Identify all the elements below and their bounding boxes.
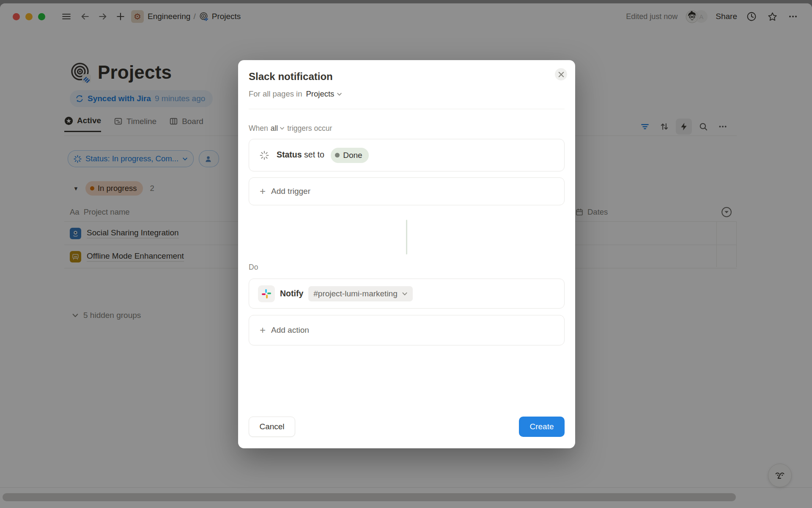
- cancel-button[interactable]: Cancel: [249, 417, 295, 437]
- chevron-down-icon: [337, 91, 342, 97]
- when-mode-selector[interactable]: all: [271, 124, 285, 133]
- plus-icon: +: [260, 186, 266, 196]
- action-verb: Notify: [280, 289, 303, 298]
- action-card[interactable]: Notify #project-lumi-marketing: [249, 279, 565, 309]
- trigger-verb: set to: [304, 150, 324, 159]
- slack-notification-modal: Slack notification For all pages in Proj…: [238, 60, 575, 448]
- modal-divider: [249, 109, 565, 109]
- chevron-down-icon: [402, 291, 408, 297]
- slack-icon: [258, 285, 275, 302]
- trigger-card[interactable]: Status set to Done: [249, 139, 565, 171]
- trigger-action-connector: [406, 220, 407, 254]
- close-icon[interactable]: [555, 68, 567, 80]
- add-trigger-button[interactable]: + Add trigger: [249, 177, 565, 205]
- scope-prefix: For all pages in: [249, 89, 302, 99]
- slack-channel-selector[interactable]: #project-lumi-marketing: [308, 286, 413, 301]
- add-action-button[interactable]: + Add action: [249, 315, 565, 345]
- done-status-pill[interactable]: Done: [331, 148, 368, 163]
- automation-scope: For all pages in Projects: [249, 89, 565, 99]
- status-spinner-icon: [260, 151, 269, 160]
- scope-selector[interactable]: Projects: [306, 89, 342, 99]
- plus-icon: +: [260, 325, 266, 335]
- trigger-description: Status set to Done: [277, 148, 369, 163]
- trigger-property: Status: [277, 150, 302, 159]
- create-button[interactable]: Create: [519, 417, 565, 437]
- when-label: When all triggers occur: [249, 124, 565, 133]
- done-status-dot: [335, 153, 340, 157]
- do-label: Do: [249, 262, 565, 272]
- modal-title: Slack notification: [249, 70, 565, 83]
- modal-footer: Cancel Create: [249, 417, 565, 437]
- screen: ⚙ Engineering / Projects Edited just now: [0, 0, 812, 508]
- chevron-down-icon: [280, 126, 285, 131]
